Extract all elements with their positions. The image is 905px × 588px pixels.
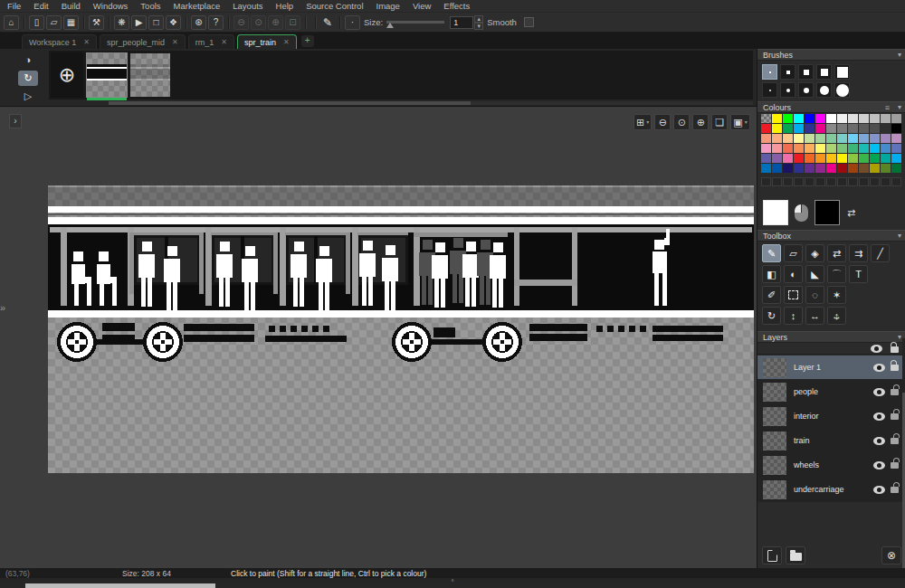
palette-colour-2-2[interactable] <box>783 134 793 143</box>
new-layer-button[interactable] <box>762 546 782 564</box>
palette-colour-0-0[interactable] <box>761 114 771 123</box>
tab-spr_people_mid[interactable]: spr_people_mid✕ <box>100 34 186 49</box>
frame-thumbnail-0[interactable] <box>87 53 127 97</box>
palette-colour-1-0[interactable] <box>761 124 771 133</box>
palette-colour-1-11[interactable] <box>881 124 891 133</box>
palette-colour-4-9[interactable] <box>859 154 869 163</box>
debug-button[interactable]: ❋ <box>114 15 129 30</box>
brush-preview[interactable]: · <box>345 15 360 30</box>
palette-colour-4-10[interactable] <box>870 154 880 163</box>
smooth-checkbox[interactable] <box>524 17 534 27</box>
palette-colour-3-5[interactable] <box>815 144 825 153</box>
palette-colour-2-10[interactable] <box>870 134 880 143</box>
custom-colour-slot[interactable] <box>837 177 847 186</box>
new-project-button[interactable]: ▯ <box>29 15 44 30</box>
layer-row-people[interactable]: people <box>757 380 905 404</box>
palette-colour-4-6[interactable] <box>826 154 836 163</box>
add-frame-button[interactable]: ⊕ <box>51 52 83 98</box>
tab-spr_train[interactable]: spr_train✕ <box>237 34 297 49</box>
palette-colour-1-6[interactable] <box>826 124 836 133</box>
palette-colour-1-7[interactable] <box>837 124 847 133</box>
move-tool[interactable]: ↔↕ <box>827 307 846 325</box>
palette-colour-2-6[interactable] <box>826 134 836 143</box>
palette-colour-5-9[interactable] <box>859 164 869 173</box>
all-layers-visibility-icon[interactable] <box>871 345 882 353</box>
layer-lock-icon[interactable] <box>891 365 899 371</box>
palette-colour-0-8[interactable] <box>848 114 858 123</box>
custom-colour-slot[interactable] <box>891 177 901 186</box>
polygon-tool[interactable]: ◣ <box>805 265 824 283</box>
layer-lock-icon[interactable] <box>891 487 899 493</box>
palette-colour-2-12[interactable] <box>891 134 901 143</box>
palette-colour-3-6[interactable] <box>826 144 836 153</box>
brush-square-6[interactable] <box>798 64 814 80</box>
palette-colour-3-4[interactable] <box>805 144 814 153</box>
primary-colour-swatch[interactable] <box>763 200 788 225</box>
palette-colour-2-4[interactable] <box>805 134 814 143</box>
palette-colour-4-4[interactable] <box>805 154 814 163</box>
curve-tool[interactable]: ⌒ <box>827 265 846 283</box>
play-button[interactable]: ▷ <box>18 89 38 104</box>
palette-colour-2-1[interactable] <box>772 134 782 143</box>
custom-colour-slot[interactable] <box>761 177 771 186</box>
palette-colour-0-3[interactable] <box>794 114 804 123</box>
palette-colour-2-11[interactable] <box>881 134 891 143</box>
brush-square-8[interactable] <box>816 64 832 80</box>
panel-expander-button[interactable]: › <box>9 114 22 128</box>
scrollbar-thumb[interactable] <box>25 583 215 588</box>
palette-colour-0-6[interactable] <box>826 114 836 123</box>
onion-skin-button[interactable]: ◑ <box>18 52 38 68</box>
palette-colour-2-7[interactable] <box>837 134 847 143</box>
menu-tools[interactable]: Tools <box>140 1 160 11</box>
palette-colour-1-1[interactable] <box>772 124 782 133</box>
palette-colour-3-11[interactable] <box>881 144 891 153</box>
pencil-tool[interactable]: ✎ <box>762 244 781 262</box>
layer-row-layer-1[interactable]: Layer 1 <box>757 356 905 380</box>
menu-marketplace[interactable]: Marketplace <box>174 1 221 11</box>
palette-colour-0-5[interactable] <box>815 114 825 123</box>
zoom-in-button[interactable]: ⊕ <box>268 15 283 30</box>
palette-colour-2-0[interactable] <box>761 134 771 143</box>
layer-lock-icon[interactable] <box>891 389 899 395</box>
tab-rm_1[interactable]: rm_1✕ <box>188 34 234 49</box>
brush-size-slider[interactable] <box>386 17 444 28</box>
palette-colour-3-0[interactable] <box>761 144 771 153</box>
custom-colour-slot[interactable] <box>783 177 793 186</box>
menu-layouts[interactable]: Layouts <box>233 1 262 11</box>
palette-colour-0-2[interactable] <box>783 114 793 123</box>
palette-colour-2-5[interactable] <box>815 134 825 143</box>
menu-source-control[interactable]: Source Control <box>306 1 363 11</box>
brush-square-2[interactable] <box>762 64 777 80</box>
palette-colour-4-2[interactable] <box>783 154 793 163</box>
tab-workspace-1[interactable]: Workspace 1✕ <box>22 34 97 49</box>
chevron-down-icon[interactable]: ▾ <box>646 115 649 129</box>
grid-toggle-button[interactable]: ⊞▾ <box>634 114 652 130</box>
stop-button[interactable]: □ <box>148 15 164 30</box>
palette-colour-3-10[interactable] <box>870 144 880 153</box>
clean-button[interactable]: ❖ <box>166 15 181 30</box>
new-tab-button[interactable]: + <box>301 35 314 47</box>
menu-image[interactable]: Image <box>376 1 400 11</box>
palette-colour-5-10[interactable] <box>870 164 880 173</box>
palette-colour-5-7[interactable] <box>837 164 847 173</box>
palette-colour-1-3[interactable] <box>794 124 804 133</box>
layer-lock-icon[interactable] <box>891 413 899 420</box>
custom-colour-slot[interactable] <box>794 177 804 186</box>
brush-square-4[interactable] <box>780 64 795 80</box>
custom-colour-slot[interactable] <box>848 177 858 186</box>
rectangle-select-tool[interactable] <box>784 286 803 304</box>
menu-edit[interactable]: Edit <box>33 1 48 11</box>
save-project-button[interactable]: ▦ <box>63 15 79 30</box>
colours-header[interactable]: Colours ≡ ▾ <box>757 101 905 113</box>
menu-file[interactable]: File <box>7 1 21 11</box>
create-executable-button[interactable]: ⚒ <box>89 15 104 30</box>
menu-help[interactable]: Help <box>276 1 294 11</box>
palette-colour-0-12[interactable] <box>891 114 901 123</box>
tab-close-icon[interactable]: ✕ <box>83 38 90 46</box>
layer-visibility-icon[interactable] <box>873 388 885 396</box>
palette-colour-1-12[interactable] <box>891 124 901 133</box>
tab-close-icon[interactable]: ✕ <box>283 38 290 46</box>
palette-colour-3-7[interactable] <box>837 144 847 153</box>
line-tool[interactable]: ╱ <box>871 244 890 262</box>
brush-size-stepper[interactable]: ▲▼ <box>474 15 483 30</box>
